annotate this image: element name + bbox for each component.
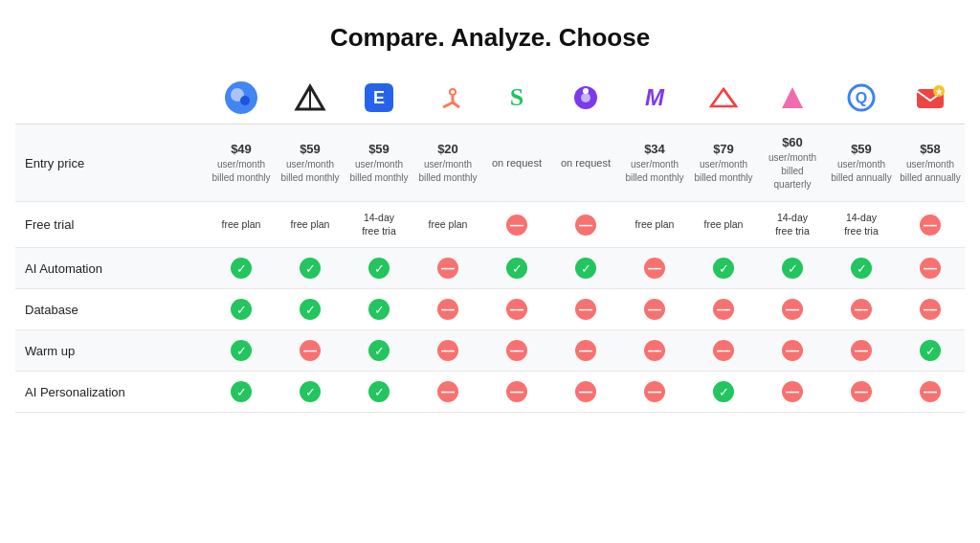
cell-4-3: — xyxy=(413,372,482,413)
cell-0-2: 14-dayfree tria xyxy=(345,202,413,248)
cell-3-5: — xyxy=(551,330,620,372)
svg-text:E: E xyxy=(373,88,385,107)
x-icon: — xyxy=(575,381,596,402)
cell-4-2: ✓ xyxy=(345,372,413,413)
x-icon: — xyxy=(851,340,872,361)
cell-3-2: ✓ xyxy=(345,330,413,372)
check-icon: ✓ xyxy=(368,381,390,402)
cell-0-0: free plan xyxy=(207,202,276,248)
cell-2-8: — xyxy=(758,289,827,330)
x-icon: — xyxy=(575,340,596,361)
cell-2-4: — xyxy=(482,289,551,330)
svg-line-18 xyxy=(724,89,736,106)
check-icon: ✓ xyxy=(231,258,252,279)
entry-price-col-7: $79user/monthbilled monthly xyxy=(689,124,758,202)
cell-3-1: — xyxy=(276,330,345,372)
entry-price-col-2: $59user/monthbilled monthly xyxy=(345,124,413,202)
x-icon: — xyxy=(300,340,321,361)
cell-0-9: 14-dayfree tria xyxy=(827,202,896,248)
cell-2-3: — xyxy=(413,289,482,330)
cell-2-0: ✓ xyxy=(207,289,276,330)
header-logo-0 xyxy=(207,72,276,124)
cell-2-1: ✓ xyxy=(276,289,345,330)
cell-4-1: ✓ xyxy=(276,372,345,413)
x-icon: — xyxy=(920,381,941,402)
svg-point-14 xyxy=(581,93,590,102)
x-icon: — xyxy=(437,258,458,279)
cell-1-6: — xyxy=(620,248,689,289)
entry-price-col-3: $20user/monthbilled monthly xyxy=(413,124,482,202)
entry-price-col-8: $60user/monthbilled quarterly xyxy=(758,124,827,202)
entry-price-col-4: on request xyxy=(482,124,551,202)
cell-1-4: ✓ xyxy=(482,248,551,289)
row-label-1: AI Automation xyxy=(15,248,207,289)
cell-4-8: — xyxy=(758,372,827,413)
svg-point-15 xyxy=(583,88,589,94)
x-icon: — xyxy=(644,299,665,320)
entry-price-label: Entry price xyxy=(15,124,207,202)
cell-4-0: ✓ xyxy=(207,372,276,413)
cell-3-0: ✓ xyxy=(207,330,276,372)
header-logo-5 xyxy=(551,72,620,124)
cell-2-7: — xyxy=(689,289,758,330)
page-title: Compare. Analyze. Choose xyxy=(15,23,965,53)
cell-0-4: — xyxy=(482,202,551,248)
entry-price-col-6: $34user/monthbilled monthly xyxy=(620,124,689,202)
x-icon: — xyxy=(575,215,596,236)
header-logo-9: Q xyxy=(827,72,896,124)
x-icon: — xyxy=(782,381,803,402)
cell-1-0: ✓ xyxy=(207,248,276,289)
cell-0-3: free plan xyxy=(413,202,482,248)
check-icon: ✓ xyxy=(300,381,321,402)
cell-4-4: — xyxy=(482,372,551,413)
x-icon: — xyxy=(437,340,458,361)
cell-2-2: ✓ xyxy=(345,289,413,330)
header-logo-10: ★ xyxy=(896,72,965,124)
cell-1-2: ✓ xyxy=(345,248,413,289)
cell-1-3: — xyxy=(413,248,482,289)
header-logo-4: S xyxy=(482,72,551,124)
check-icon: ✓ xyxy=(782,258,803,279)
header-logo-2: E xyxy=(345,72,413,124)
entry-price-col-5: on request xyxy=(551,124,620,202)
cell-3-6: — xyxy=(620,330,689,372)
cell-2-6: — xyxy=(620,289,689,330)
cell-0-8: 14-dayfree tria xyxy=(758,202,827,248)
cell-1-7: ✓ xyxy=(689,248,758,289)
cell-1-9: ✓ xyxy=(827,248,896,289)
cell-0-1: free plan xyxy=(276,202,345,248)
x-icon: — xyxy=(506,381,527,402)
entry-price-col-9: $59user/monthbilled annually xyxy=(827,124,896,202)
check-icon: ✓ xyxy=(575,258,596,279)
cell-4-5: — xyxy=(551,372,620,413)
cell-2-10: — xyxy=(896,289,965,330)
x-icon: — xyxy=(506,299,527,320)
row-label-4: AI Personalization xyxy=(15,372,207,413)
check-icon: ✓ xyxy=(231,299,252,320)
cell-4-6: — xyxy=(620,372,689,413)
x-icon: — xyxy=(437,299,458,320)
x-icon: — xyxy=(644,258,665,279)
cell-2-9: — xyxy=(827,289,896,330)
svg-line-10 xyxy=(443,102,453,107)
x-icon: — xyxy=(851,381,872,402)
x-icon: — xyxy=(851,299,872,320)
x-icon: — xyxy=(713,340,734,361)
x-icon: — xyxy=(920,258,941,279)
check-icon: ✓ xyxy=(300,258,321,279)
cell-1-8: ✓ xyxy=(758,248,827,289)
check-icon: ✓ xyxy=(300,299,321,320)
cell-1-1: ✓ xyxy=(276,248,345,289)
check-icon: ✓ xyxy=(368,258,390,279)
svg-marker-17 xyxy=(711,89,736,106)
cell-0-5: — xyxy=(551,202,620,248)
svg-point-2 xyxy=(240,96,250,105)
header-logo-1 xyxy=(276,72,345,124)
svg-text:M: M xyxy=(645,84,665,110)
header-logo-6: M xyxy=(620,72,689,124)
svg-marker-19 xyxy=(782,87,803,108)
cell-4-7: ✓ xyxy=(689,372,758,413)
x-icon: — xyxy=(644,340,665,361)
x-icon: — xyxy=(713,299,734,320)
cell-0-7: free plan xyxy=(689,202,758,248)
